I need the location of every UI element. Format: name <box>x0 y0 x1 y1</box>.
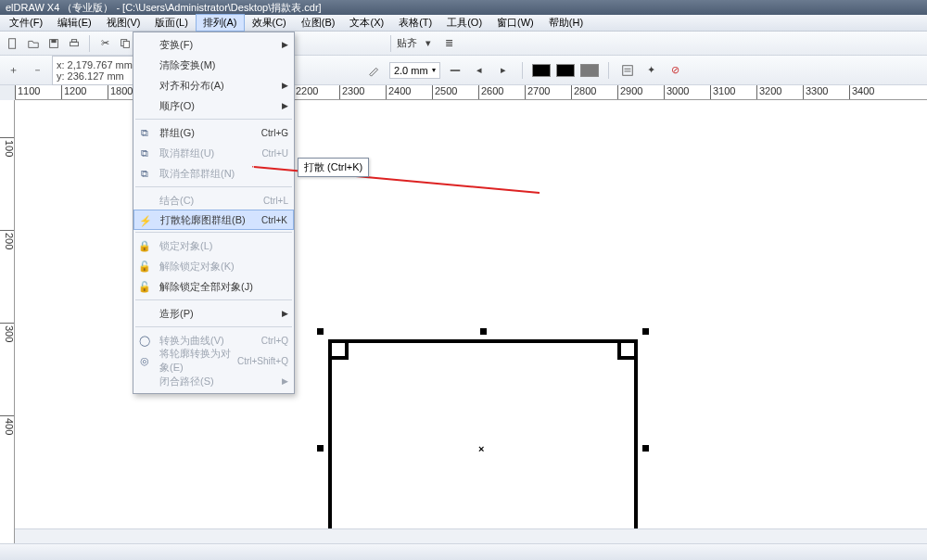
menu-table[interactable]: 表格(T) <box>391 14 439 32</box>
menu-shaping[interactable]: 造形(P)▶ <box>133 303 294 324</box>
arrange-menu: 变换(F)▶ 清除变换(M) 对齐和分布(A)▶ 顺序(O)▶ ⧉群组(G)Ct… <box>133 32 295 394</box>
cut-icon[interactable]: ✂ <box>95 34 114 53</box>
outline-pen-icon[interactable] <box>365 61 384 80</box>
center-marker: × <box>478 443 484 454</box>
separator <box>89 35 90 52</box>
ruler-tick: 2900 <box>617 85 642 100</box>
handle-r[interactable] <box>642 445 649 452</box>
svg-rect-3 <box>70 42 79 45</box>
ruler-tick: 3100 <box>710 85 735 100</box>
snap-dropdown-icon[interactable]: ▾ <box>419 34 438 53</box>
coord-display: x: 2,179.767 mm y: 236.127 mm <box>52 56 137 85</box>
menu-tools[interactable]: 工具(O) <box>439 14 489 32</box>
copy-icon[interactable] <box>116 34 134 53</box>
handle-t[interactable] <box>480 328 487 335</box>
ruler-tick: 1100 <box>15 85 40 100</box>
ruler-tick: 2200 <box>293 85 318 100</box>
handle-tr[interactable] <box>642 328 649 335</box>
options-icon[interactable]: ≣ <box>439 34 458 53</box>
fill-swatch-2[interactable] <box>556 64 575 77</box>
align-label: 贴齐 <box>397 36 417 50</box>
add-icon[interactable]: ＋ <box>4 61 22 80</box>
menu-break-apart[interactable]: ⚡打散轮廓图群组(B)Ctrl+K <box>133 210 294 230</box>
menu-outline-to-obj: ◎将轮廓转换为对象(E)Ctrl+Shift+Q <box>133 350 294 371</box>
ruler-tick: 3000 <box>664 85 689 100</box>
ruler-tick: 2300 <box>339 85 364 100</box>
unlock-icon: 🔓 <box>137 259 152 274</box>
wrap-text-icon[interactable] <box>618 61 637 80</box>
menu-separator <box>135 119 292 120</box>
print-icon[interactable] <box>65 34 83 53</box>
ruler-tick: 3300 <box>803 85 828 100</box>
status-bar <box>0 543 927 560</box>
handle-l[interactable] <box>317 445 324 452</box>
menu-edit[interactable]: 编辑(E) <box>50 14 99 32</box>
ruler-tick: 1800 <box>108 85 133 100</box>
coord-y: y: 236.127 mm <box>57 70 133 82</box>
ruler-tick: 3400 <box>849 85 874 100</box>
menu-window[interactable]: 窗口(W) <box>489 14 541 32</box>
break-apart-icon: ⚡ <box>138 213 153 228</box>
line-style-icon[interactable] <box>446 61 464 80</box>
chevron-down-icon: ▾ <box>432 66 436 74</box>
new-icon[interactable] <box>4 34 22 53</box>
stroke-width-combo[interactable]: 2.0 mm ▾ <box>389 62 440 79</box>
frame-corner-tr <box>617 339 638 360</box>
no-icon[interactable]: ⊘ <box>667 61 685 80</box>
stroke-width-value: 2.0 mm <box>394 65 428 76</box>
submenu-arrow-icon: ▶ <box>282 376 288 386</box>
fill-swatch-3[interactable] <box>580 64 599 77</box>
to-curves-icon: ◯ <box>137 333 152 348</box>
menu-group[interactable]: ⧉群组(G)Ctrl+G <box>133 122 294 143</box>
menu-bitmaps[interactable]: 位图(B) <box>294 14 343 32</box>
ruler-tick: 100 <box>0 137 15 174</box>
handle-tl[interactable] <box>317 328 324 335</box>
open-icon[interactable] <box>24 34 43 53</box>
separator <box>390 35 391 52</box>
menu-layout[interactable]: 版面(L) <box>147 14 195 32</box>
start-arrow-icon[interactable]: ◂ <box>470 61 489 80</box>
menu-help[interactable]: 帮助(H) <box>541 14 590 32</box>
ruler-tick: 400 <box>0 415 15 452</box>
annotation-arrow <box>252 163 549 200</box>
end-arrow-icon[interactable]: ▸ <box>494 61 513 80</box>
selected-object[interactable]: × <box>321 332 645 560</box>
menu-file[interactable]: 文件(F) <box>2 14 50 32</box>
menu-view[interactable]: 视图(V) <box>99 14 148 32</box>
submenu-arrow-icon: ▶ <box>282 309 288 318</box>
submenu-arrow-icon: ▶ <box>282 101 288 110</box>
menu-order[interactable]: 顺序(O)▶ <box>133 95 294 116</box>
submenu-arrow-icon: ▶ <box>282 81 288 90</box>
ungroup-icon: ⧉ <box>137 146 152 160</box>
fill-swatch-1[interactable] <box>532 64 551 77</box>
svg-rect-10 <box>622 65 632 75</box>
ruler-tick: 3200 <box>756 85 781 100</box>
menu-separator <box>135 326 292 327</box>
title-bar: elDRAW X4 （专业版） - [C:\Users\Administrato… <box>0 0 927 15</box>
ruler-tick: 1200 <box>61 85 86 100</box>
menu-align-distribute[interactable]: 对齐和分布(A)▶ <box>133 75 294 95</box>
menu-unlock-all[interactable]: 🔓解除锁定全部对象(J) <box>133 276 294 297</box>
save-icon[interactable] <box>44 34 63 53</box>
menu-close-path: 闭合路径(S)▶ <box>133 371 294 391</box>
menu-clear-transform[interactable]: 清除变换(M) <box>133 55 294 75</box>
menu-effects[interactable]: 效果(C) <box>245 14 294 32</box>
ruler-tick: 2800 <box>571 85 596 100</box>
remove-icon[interactable]: － <box>28 61 46 80</box>
effects-icon[interactable]: ✦ <box>642 61 661 80</box>
coord-x: x: 2,179.767 mm <box>57 59 133 70</box>
separator <box>522 62 523 79</box>
menu-transform[interactable]: 变换(F)▶ <box>133 34 294 55</box>
menu-text[interactable]: 文本(X) <box>342 14 391 32</box>
menu-arrange[interactable]: 排列(A) <box>196 14 245 32</box>
outline-to-obj-icon: ◎ <box>137 353 152 368</box>
menu-separator <box>135 232 292 233</box>
page-tabs[interactable] <box>15 528 927 543</box>
ruler-tick: 2400 <box>386 85 411 100</box>
ungroup-all-icon: ⧉ <box>137 166 152 181</box>
lock-icon: 🔒 <box>137 238 152 253</box>
ruler-tick: 2700 <box>525 85 550 100</box>
menu-unlock: 🔓解除锁定对象(K) <box>133 256 294 276</box>
svg-rect-2 <box>51 39 56 43</box>
svg-rect-4 <box>71 39 76 42</box>
